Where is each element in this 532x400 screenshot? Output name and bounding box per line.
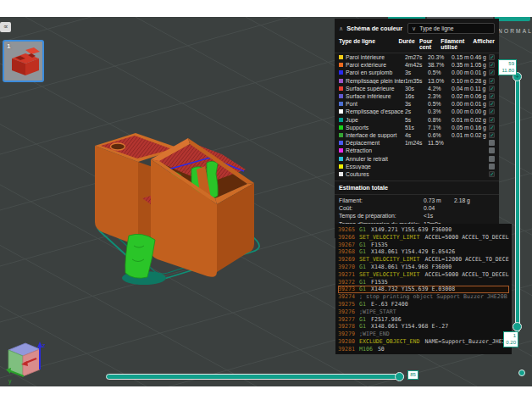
visibility-checkbox[interactable] xyxy=(489,69,495,75)
visibility-checkbox[interactable] xyxy=(489,86,495,92)
line-type-row[interactable]: Jupe 5s 0.8% 0.01 m 0.02 g xyxy=(335,116,499,124)
layer-slider-bottom-handle[interactable] xyxy=(513,322,522,331)
line-type-color-swatch xyxy=(339,86,343,91)
visibility-checkbox[interactable] xyxy=(489,164,495,169)
gcode-line[interactable]: 39272G1F1535 xyxy=(338,279,509,286)
visibility-checkbox[interactable] xyxy=(489,117,495,123)
line-type-duration: 4m42s xyxy=(405,62,428,68)
gcode-args: X148.732 Y155.639 E.03008 xyxy=(371,286,455,292)
gcode-line-number: 39281 xyxy=(338,346,357,353)
line-type-row[interactable]: Annuler le retrait xyxy=(335,154,499,162)
visibility-checkbox[interactable] xyxy=(489,54,495,60)
line-type-duration: 1m35s xyxy=(405,78,428,84)
gcode-args: S0 xyxy=(378,346,385,353)
line-type-percent: 2.3% xyxy=(428,93,452,99)
visibility-checkbox[interactable] xyxy=(489,140,495,146)
gcode-args: F2517.986 xyxy=(371,316,402,323)
line-type-row[interactable]: Essuyage xyxy=(335,163,499,170)
gcode-command: SET_VELOCITY_LIMIT xyxy=(359,256,419,263)
line-type-row[interactable]: Surface supérieure 30s 4.2% 0.04 m 0.11 … xyxy=(335,85,499,92)
line-type-row[interactable]: Surface inférieure 16s 2.3% 0.02 m 0.06 … xyxy=(335,92,499,100)
gcode-line[interactable]: 39265G1X149.271 Y155.639 F36000 xyxy=(338,226,509,234)
line-type-filament-g: 0.02 g xyxy=(470,132,487,138)
gcode-line[interactable]: 39281M106S0 xyxy=(338,346,509,353)
gcode-line[interactable]: 39268G1X148.061 Y154.429 E.05426 xyxy=(338,248,509,256)
layer-slider-top-badge: 59 11.80 xyxy=(498,59,517,75)
gcode-line[interactable]: 39270G1X148.061 Y154.968 F36000 xyxy=(338,264,509,271)
visibility-checkbox[interactable] xyxy=(489,93,495,99)
navigation-cube[interactable]: z y xyxy=(6,342,46,385)
line-type-duration: 2s xyxy=(405,108,428,114)
line-type-filament-m: 0.04 m xyxy=(452,86,470,92)
line-type-row[interactable]: Rétraction xyxy=(335,147,499,154)
gcode-line[interactable]: 39273G1X148.732 Y155.639 E.03008 xyxy=(338,286,509,293)
gcode-line[interactable]: 39274; stop printing object Support Buzz… xyxy=(338,293,509,301)
move-slider-badge: 85 xyxy=(407,370,418,380)
line-type-filament-g: 1.05 g xyxy=(470,62,487,68)
gcode-line[interactable]: 39277G1F2517.986 xyxy=(338,316,509,324)
y-axis-label: y xyxy=(8,378,12,385)
visibility-checkbox[interactable] xyxy=(489,156,495,162)
gcode-line-number: 39277 xyxy=(338,316,357,324)
line-type-row[interactable]: Interface de support 4s 0.6% 0.01 m 0.02… xyxy=(335,131,499,139)
line-type-row[interactable]: Remplissage d'espace 2s 0.3% 0.00 m 0.00… xyxy=(335,108,499,115)
gcode-line[interactable]: 39275G1E-.63 F2400 xyxy=(338,301,509,308)
line-type-duration: 51s xyxy=(405,125,428,131)
line-type-row[interactable]: Pont 3s 0.5% 0.00 m 0.01 g xyxy=(335,100,499,108)
line-type-color-swatch xyxy=(339,102,343,106)
line-type-row[interactable]: Paroi intérieure 2m27s 20.3% 0.15 m 0.46… xyxy=(335,53,499,61)
gcode-line[interactable]: 39276;WIPE_START xyxy=(338,308,509,316)
totals-value: 0.04 xyxy=(424,205,454,211)
visibility-checkbox[interactable] xyxy=(489,78,495,84)
gcode-line[interactable]: 39280EXCLUDE_OBJECT_ENDNAME=Support_Buzz… xyxy=(338,338,509,346)
gcode-line[interactable]: 39271SET_VELOCITY_LIMITACCEL=5000 ACCEL_… xyxy=(338,271,509,279)
line-type-percent: 20.3% xyxy=(428,54,452,60)
visibility-checkbox[interactable] xyxy=(489,125,495,131)
line-type-label: Essuyage xyxy=(346,164,405,169)
gcode-line[interactable]: 39266SET_VELOCITY_LIMITACCEL=5000 ACCEL_… xyxy=(338,234,509,242)
gcode-line[interactable]: 39278G1X148.061 Y154.968 E-.27 xyxy=(338,323,509,331)
plate-thumbnail-model xyxy=(5,45,43,82)
gcode-log-panel[interactable]: 39265G1X149.271 Y155.639 F36000 39266SET… xyxy=(335,224,512,354)
line-type-row[interactable]: Déplacement 1m24s 11.5% xyxy=(335,139,499,147)
line-type-color-swatch xyxy=(339,109,343,114)
line-type-row[interactable]: Paroi extérieure 4m42s 38.7% 0.35 m 1.05… xyxy=(335,61,499,69)
line-type-label: Déplacement xyxy=(346,140,405,146)
visibility-checkbox[interactable] xyxy=(489,101,495,107)
collapse-caret-icon[interactable]: ∧ xyxy=(339,25,343,32)
gcode-args: X148.061 Y154.429 E.05426 xyxy=(371,248,455,255)
line-type-label: Coutures xyxy=(346,171,405,177)
line-type-filament-m: 0.02 m xyxy=(452,93,470,99)
gcode-preview-viewport[interactable]: z y ∝ 1 NORMAL ∧ Schéma de couleur xyxy=(0,17,532,386)
visibility-checkbox[interactable] xyxy=(489,132,495,138)
line-type-row[interactable]: Remplissage plein interne 1m35s 13.0% 0.… xyxy=(335,77,499,85)
totals-value: <1s xyxy=(424,213,454,219)
line-type-row[interactable]: Supports 51s 7.1% 0.05 m 0.16 g xyxy=(335,124,499,131)
visibility-checkbox[interactable] xyxy=(489,171,495,177)
visibility-checkbox[interactable] xyxy=(489,147,495,153)
line-type-color-swatch xyxy=(339,133,343,137)
move-slider-handle[interactable] xyxy=(395,372,404,381)
layer-slider-track[interactable] xyxy=(515,76,520,332)
line-type-filament-g: 0.28 g xyxy=(470,78,487,84)
line-type-duration: 1m24s xyxy=(405,140,428,146)
line-type-color-swatch xyxy=(339,94,343,98)
gcode-line[interactable]: 39267G1F1535 xyxy=(338,242,509,249)
line-type-row[interactable]: Coutures xyxy=(335,170,499,178)
layer-slider-bottom-badge: 1 0.20 xyxy=(503,331,518,347)
gcode-line[interactable]: 39269SET_VELOCITY_LIMITACCEL=12000 ACCEL… xyxy=(338,256,509,264)
move-slider-track[interactable] xyxy=(106,374,404,380)
gcode-line[interactable]: 39279;WIPE_END xyxy=(338,331,509,338)
line-type-label: Remplissage d'espace xyxy=(346,108,405,114)
line-type-percent: 0.5% xyxy=(428,69,452,75)
model-preview[interactable] xyxy=(95,133,254,285)
layer-slider-end-dot[interactable] xyxy=(518,369,525,376)
gcode-command: G1 xyxy=(359,226,366,233)
visibility-checkbox[interactable] xyxy=(489,108,495,114)
view-type-select[interactable]: ∨ Type de ligne xyxy=(407,23,495,34)
print-button-partial[interactable] xyxy=(495,17,530,21)
plate-thumbnail[interactable]: 1 xyxy=(3,40,44,82)
visibility-checkbox[interactable] xyxy=(489,62,495,68)
line-type-row[interactable]: Paroi en surplomb 3s 0.5% 0.00 m 0.01 g xyxy=(335,69,499,76)
gcode-args: E-.63 F2400 xyxy=(371,301,408,308)
